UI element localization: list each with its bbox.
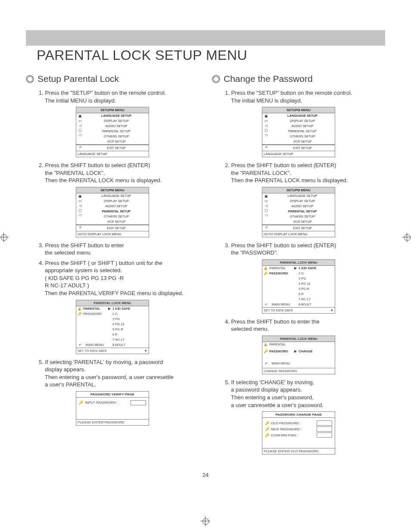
- osd-setup-menu-parental: SETUPM MENU ▣ ▭ ◁ ▢ ⬭ LANGUAGE SETUP DIS…: [76, 187, 149, 237]
- rating-item: 8 ADULT: [112, 342, 149, 348]
- key-icon: 🔑: [262, 271, 268, 276]
- return-icon: ↵: [77, 343, 83, 347]
- menu-item: LANGUAGE SETUP: [270, 113, 335, 118]
- step-text: 2. Press the SHIFT button to select (ENT…: [225, 162, 336, 168]
- menu-item: EXIT SETUP: [270, 225, 335, 231]
- menu-item: PARENTAL: [268, 342, 293, 349]
- rating-item: 4 PG 13: [298, 281, 335, 286]
- menu-item: MAIN MENU: [269, 302, 293, 306]
- field-label: INPUT PASSWORD :: [85, 401, 118, 404]
- lock-icon: 🔒: [262, 266, 268, 271]
- menu-item: PARENTAL SETUP: [270, 209, 335, 214]
- step-text: the "PARENTAL LOCK".: [231, 170, 291, 176]
- bullet-icon: [26, 75, 34, 83]
- step-text: R NC-17 ADULT ): [45, 282, 89, 289]
- osd-title: SETUPM MENU: [76, 187, 149, 193]
- menu-item: DISPLAY SETUP: [84, 199, 149, 204]
- menu-item: PARENTAL: [82, 306, 107, 311]
- key-icon: 🔑: [265, 433, 269, 437]
- osd-footer: CHANGE PASSWORD: [262, 368, 335, 374]
- parental-icon: ▢: [265, 208, 268, 213]
- exit-icon: ⎋: [76, 225, 84, 231]
- key-icon: 🔑: [265, 421, 269, 425]
- menu-item: LANGUAGE SETUP: [84, 113, 149, 118]
- osd-setup-menu: SETUPM MENU ▣ ▭ ◁ ▢ ⬭ LANGUAGE SETUP DIS…: [262, 107, 335, 157]
- step-text: the selected menu: [45, 249, 90, 256]
- osd-password-verify: PASSWORD VERIFY PAGE 🔑INPUT PASSWORD : P…: [76, 391, 149, 426]
- menu-item: LANGUAGE SETUP: [84, 193, 149, 199]
- display-icon: ▭: [78, 199, 82, 203]
- audio-icon: ◁: [79, 124, 81, 128]
- step-text: 5. If selecting 'CHANGE' by moving,: [225, 379, 314, 386]
- menu-item: VCR SETUP: [270, 219, 335, 224]
- step-text: a user canresettle a user's password.: [231, 402, 324, 408]
- crop-mark-left: [0, 233, 9, 242]
- menu-item: DISPLAY SETUP: [84, 118, 149, 124]
- step-text: display appears.: [45, 366, 86, 373]
- exit-icon: ⎋: [262, 145, 270, 151]
- menu-item: PARENTAL SETUP: [270, 129, 335, 134]
- step-text: The initial MENU is displayd.: [45, 97, 116, 104]
- menu-item: OTHERS SETUP: [270, 214, 335, 219]
- others-icon: ⬭: [79, 213, 82, 218]
- rating-item: 6 R: [298, 292, 335, 297]
- step-text: Then the PARENTAL LOCK menu is displayed…: [231, 177, 348, 184]
- audio-icon: ◁: [265, 204, 268, 208]
- osd-title: PASSWORD VERIFY PAGE: [76, 391, 149, 398]
- menu-item: PARENTAL SETUP: [84, 209, 149, 214]
- menu-item: AUDIO SETUP: [84, 124, 149, 129]
- step-text: 4. Press the SHIFT button to enter the: [225, 318, 319, 325]
- key-icon: 🔑: [265, 427, 269, 431]
- rating-item: 4 PG 13: [112, 322, 149, 327]
- rating-item: 3 PG: [298, 276, 335, 281]
- menu-item: LANGUAGE SETUP: [270, 193, 335, 199]
- step-text: 1. Press the "SETUP" button on the remot…: [225, 90, 352, 96]
- osd-footer: GOTO DISPLAY LOCK MENU: [262, 231, 335, 237]
- parental-icon: ▢: [265, 128, 268, 133]
- step-text: 3. Press the SHIFT button to enter: [39, 242, 124, 249]
- password-input-box: [317, 420, 332, 426]
- step-text: Then entering a user's password, a user …: [45, 374, 174, 380]
- display-icon: ▭: [78, 119, 82, 123]
- step-text: The initial MENU is displayd.: [231, 97, 302, 104]
- page-number: 24: [26, 472, 385, 478]
- step-text: the "PASSWORD".: [231, 249, 278, 256]
- rating-item: 7 NC-17: [112, 337, 149, 342]
- rating-item: 2 G: [298, 271, 335, 276]
- rating-item: 1 KID SAFE: [298, 266, 335, 271]
- field-label: OLD PASSWORD :: [271, 421, 301, 425]
- rating-item: 7 NC-17: [298, 297, 335, 302]
- osd-title: SETUPM MENU: [262, 187, 335, 193]
- menu-item: AUDIO SETUP: [84, 204, 149, 209]
- lang-icon: ▣: [265, 194, 268, 199]
- menu-item: EXIT SETUP: [84, 225, 149, 231]
- osd-footer: SET TO KIDS SAFE: [78, 349, 107, 353]
- menu-item: MAIN MENU: [269, 361, 293, 367]
- audio-icon: ◁: [79, 204, 81, 208]
- display-icon: ▭: [265, 199, 268, 203]
- osd-title: SETUPM MENU: [262, 107, 335, 113]
- menu-item: DISPLAY SETUP: [270, 118, 335, 124]
- osd-title: PARENTAL LOCK MENU: [76, 300, 149, 306]
- menu-item: CHANGE: [298, 349, 335, 356]
- osd-title: PARENTAL LOCK MENU: [262, 259, 335, 265]
- page-title: PARENTAL LOCK SETUP MENU: [37, 47, 385, 63]
- parental-icon: ▢: [78, 208, 82, 213]
- osd-title: SETUPM MENU: [76, 107, 149, 113]
- osd-footer: GOTO DISPLAY LOCK MENU: [76, 231, 149, 237]
- step-text: ( KID SAFE G PG PG 13 PG -R: [45, 275, 124, 281]
- column-setup-parental-lock: Setup Parental Lock 1. Press the "SETUP"…: [26, 71, 199, 459]
- step-text: 1. Press the "SETUP" button on the remot…: [39, 90, 166, 96]
- lang-icon: ▣: [78, 114, 82, 118]
- lang-icon: ▣: [78, 194, 82, 199]
- menu-item: VCR SETUP: [270, 139, 335, 144]
- step-text: selected menu.: [231, 326, 269, 332]
- down-arrow-icon: ▼: [144, 349, 147, 353]
- osd-parental-lock-menu: PARENTAL LOCK MENU 🔒PARENTAL▶1 KID SAFE …: [262, 259, 335, 314]
- bullet-icon: [212, 75, 220, 83]
- menu-item: PARENTAL SETUP: [84, 129, 149, 134]
- key-icon: 🔑: [76, 311, 82, 317]
- others-icon: ⬭: [79, 133, 82, 137]
- rating-item: 5 PG-R: [112, 327, 149, 332]
- menu-item: OTHERS SETUP: [84, 214, 149, 219]
